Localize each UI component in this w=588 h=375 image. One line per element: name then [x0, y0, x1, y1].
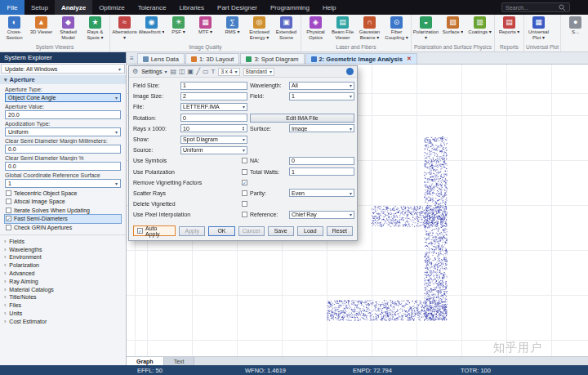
aberrations-button[interactable]: ≈Aberrations ▾ [111, 16, 138, 40]
apodization-type-dropdown[interactable]: Uniform [5, 127, 121, 136]
spinner-down-icon[interactable]: ▼ [242, 128, 245, 132]
aperture-value-input[interactable]: 20.0 [5, 110, 121, 119]
tree-item-cost-estimator[interactable]: ›Cost Estimator [2, 317, 124, 325]
search-box[interactable]: Search... [501, 2, 570, 12]
3d-viewer-button[interactable]: ▲3D Viewer [28, 16, 55, 35]
physical-optics-button[interactable]: ◈Physical Optics [302, 16, 329, 40]
tree-item-environment[interactable]: ›Environment [2, 253, 124, 261]
wavefront-button[interactable]: ◉Wavefront ▾ [138, 16, 165, 35]
show-dropdown[interactable]: Spot Diagram [180, 136, 247, 144]
afocal-image-space-checkbox-row[interactable]: Afocal Image Space [5, 198, 121, 207]
aperture-section-header[interactable]: ▾Aperture [0, 75, 126, 84]
tree-item-wavelengths[interactable]: ›Wavelengths [2, 245, 124, 253]
polarization-button[interactable]: ◒Polarization ▾ [412, 16, 439, 40]
menu-analyze[interactable]: Analyze [55, 0, 92, 15]
checkbox-unchecked-icon[interactable] [6, 190, 11, 196]
cross-section-button[interactable]: ◐Cross-Section [1, 16, 28, 40]
apply-button[interactable]: Apply [179, 226, 205, 236]
tree-item-files[interactable]: ›Files [2, 301, 124, 310]
edit-ima-file-button[interactable]: Edit IMA File [250, 114, 354, 123]
tree-item-material-catalogs[interactable]: ›Material Catalogs [2, 285, 124, 293]
mtf-button[interactable]: ▦MTF ▾ [192, 16, 219, 35]
tree-item-polarization[interactable]: ›Polarization [2, 261, 124, 270]
clear-semi-diameter-margin-millimeters-input[interactable]: 0.0 [5, 145, 121, 154]
shaded-model-button[interactable]: ◆Shaded Model [55, 16, 82, 40]
tab-1-3d-layout[interactable]: 1: 3D Layout [185, 53, 240, 64]
universal-plot-button[interactable]: ▦Universal Plot ▾ [525, 16, 552, 40]
checkbox-unchecked-icon[interactable] [6, 208, 11, 213]
rms-button[interactable]: ∑RMS ▾ [219, 16, 246, 35]
help-icon[interactable] [346, 68, 354, 75]
scatter-rays-checkbox[interactable] [242, 190, 247, 196]
print-icon[interactable]: ▤ [170, 68, 176, 75]
tree-item-ray-aiming[interactable]: ›Ray Aiming [2, 277, 124, 285]
use-pixel-interpolation-checkbox[interactable] [242, 212, 247, 217]
bottom-tab-graph[interactable]: Graph [127, 357, 164, 365]
menu-libraries[interactable]: Libraries [172, 0, 211, 15]
menu-help[interactable]: Help [316, 0, 342, 15]
text-tool-icon[interactable]: T [212, 68, 216, 75]
tab-3-spot-diagram[interactable]: 3: Spot Diagram [240, 53, 304, 64]
total-watts-input[interactable]: 1 [289, 167, 354, 176]
menu-part-designer[interactable]: Part Designer [211, 0, 264, 15]
file-menu-button[interactable]: File [0, 0, 24, 15]
extended-scene-analysis-button[interactable]: ▣Extended Scene Analysis ▾ [273, 16, 300, 41]
rectangle-tool-icon[interactable]: ▭ [203, 68, 209, 75]
load-button[interactable]: Load [297, 226, 323, 236]
style-dropdown[interactable]: Standard [243, 68, 274, 76]
auto-apply-toggle[interactable]: ✓Auto Apply [133, 225, 176, 236]
rotation-input[interactable]: 0 [180, 114, 247, 122]
menu-tolerance[interactable]: Tolerance [131, 0, 173, 15]
field-size-input[interactable]: 1 [180, 82, 247, 90]
aperture-type-dropdown[interactable]: Object Cone Angle [5, 93, 121, 102]
auto-apply-checkbox[interactable]: ✓ [137, 228, 143, 234]
delete-vignetted-checkbox[interactable] [242, 201, 247, 207]
ok-button[interactable]: OK [208, 226, 234, 236]
checkbox-unchecked-icon[interactable] [6, 225, 11, 230]
menu-optimize[interactable]: Optimize [92, 0, 131, 15]
cancel-button[interactable]: Cancel [238, 226, 265, 236]
gaussian-beams-button[interactable]: ∩Gaussian Beams ▾ [356, 16, 383, 40]
rays-x-1000-input[interactable]: 10▲▼ [180, 124, 247, 132]
update-all-windows-button[interactable]: Update: All Windows [1, 64, 125, 74]
checkbox-checked-icon[interactable]: ✓ [6, 216, 11, 221]
iterate-solves-when-updating-checkbox-row[interactable]: Iterate Solves When Updating [5, 206, 121, 215]
grid-layout-dropdown[interactable]: 3 x 4 [218, 68, 239, 76]
file-dropdown[interactable]: LETTERF.IMA [180, 103, 247, 111]
settings-dropdown[interactable]: Settings [141, 69, 167, 74]
parity-dropdown[interactable]: Even [289, 189, 354, 197]
image-size-input[interactable]: 2 [180, 92, 247, 100]
psf-button[interactable]: ☀PSF ▾ [165, 16, 192, 35]
s-button[interactable]: ●S... [562, 16, 588, 35]
wavelength-dropdown[interactable]: All [289, 82, 354, 90]
spinner-buttons[interactable]: ▲▼ [242, 126, 245, 132]
menu-programming[interactable]: Programming [264, 0, 316, 15]
enclosed-energy-button[interactable]: ◎Enclosed Energy ▾ [246, 16, 273, 40]
search-input[interactable]: Search... [506, 5, 559, 11]
copy-icon[interactable]: ▣ [188, 68, 194, 75]
fiber-coupling-button[interactable]: ⊙Fiber Coupling ▾ [383, 16, 410, 40]
telecentric-object-space-checkbox-row[interactable]: Telecentric Object Space [5, 189, 121, 198]
tree-item-units[interactable]: ›Units [2, 310, 124, 318]
tab-lens-data[interactable]: Lens Data [137, 53, 185, 64]
surface-button[interactable]: ▧Surface ▾ [439, 16, 466, 35]
reports-button[interactable]: ▤Reports ▾ [496, 16, 523, 35]
check-grin-apertures-checkbox-row[interactable]: Check GRIN Apertures [5, 223, 121, 232]
bottom-tab-text[interactable]: Text [164, 357, 195, 365]
beam-file-viewer-button[interactable]: ▤Beam File Viewer [329, 16, 356, 40]
use-polarization-checkbox[interactable] [242, 169, 247, 175]
reference-dropdown[interactable]: Chief Ray [289, 211, 354, 219]
coatings-button[interactable]: ▥Coatings ▾ [466, 16, 493, 35]
surface-dropdown[interactable]: Image [289, 124, 354, 132]
use-symbols-checkbox[interactable] [242, 158, 247, 163]
line-tool-icon[interactable]: ╱ [196, 68, 200, 75]
tab-list-menu-icon[interactable]: ≡ [130, 55, 134, 62]
rays-spots-button[interactable]: ★Rays & Spots ▾ [82, 16, 109, 40]
source-dropdown[interactable]: Uniform [180, 146, 247, 154]
checkbox-unchecked-icon[interactable] [6, 199, 11, 204]
tree-item-title-notes[interactable]: ›Title/Notes [2, 293, 124, 301]
reset-button[interactable]: Reset [327, 226, 353, 236]
tab-2-geometric-image-analysis[interactable]: 2: Geometric Image Analysis✕ [305, 53, 417, 64]
clear-semi-diameter-margin-input[interactable]: 0.0 [5, 162, 121, 171]
na-input[interactable]: 0 [289, 157, 354, 165]
